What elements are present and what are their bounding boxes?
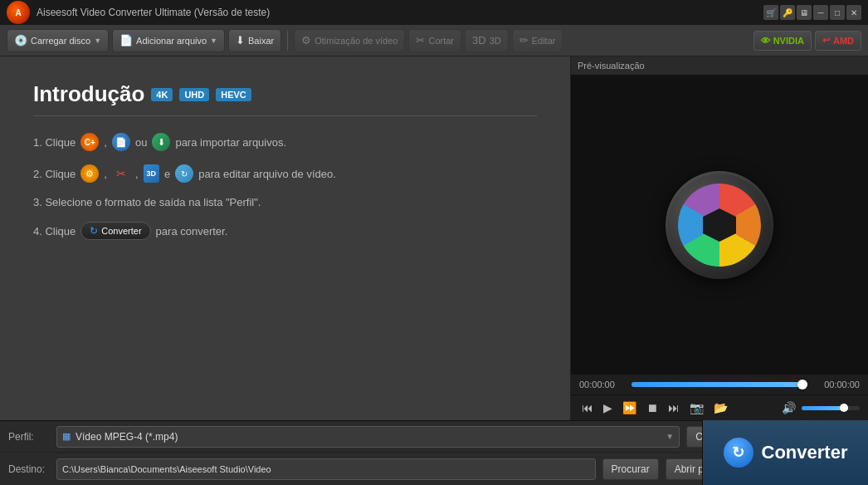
- convert-button[interactable]: ↻ Converter: [702, 420, 868, 485]
- bottom-container: Perfil: ▦ Vídeo MPEG-4 (*.mp4) ▼ Configu…: [0, 420, 868, 485]
- intro-panel: Introdução 4K UHD HEVC 1. Clique C+ , 📄 …: [0, 56, 571, 420]
- intro-step-3: 3. Selecione o formato de saída na lista…: [33, 196, 537, 208]
- logo-outer-circle: [666, 171, 773, 279]
- 3d-step-icon: 3D: [144, 164, 160, 183]
- profile-dropdown-arrow: ▼: [666, 432, 674, 441]
- key-button[interactable]: 🔑: [780, 5, 795, 20]
- add-step-icon: 📄: [112, 133, 130, 151]
- profile-value: Vídeo MPEG-4 (*.mp4): [76, 431, 178, 443]
- intro-step-2: 2. Clique ⚙ , ✂ , 3D e ↻ para editar arq…: [33, 164, 537, 183]
- volume-thumb: [840, 404, 848, 412]
- main-area: Introdução 4K UHD HEVC 1. Clique C+ , 📄 …: [0, 56, 868, 420]
- preview-panel: Pré-visualização 00:00:00 00:00:00 ⏮ ▶ ⏩: [571, 56, 868, 420]
- edit-icon: ✏: [519, 34, 529, 47]
- cut-button[interactable]: ✂ Cortar: [408, 29, 461, 52]
- badge-4k: 4K: [151, 88, 173, 101]
- settings-step-icon: ⚙: [80, 164, 99, 183]
- cut-icon: ✂: [416, 34, 425, 47]
- close-button[interactable]: ✕: [846, 5, 861, 20]
- stop-button[interactable]: ⏹: [644, 399, 661, 417]
- dropdown-arrow2-icon: ▼: [210, 37, 217, 45]
- play-button[interactable]: ▶: [601, 399, 615, 417]
- progress-fill: [631, 382, 807, 387]
- minimize-button[interactable]: ─: [813, 5, 828, 20]
- dest-path-text: C:\Users\Bianca\Documents\Aiseesoft Stud…: [62, 464, 271, 474]
- amd-icon: ↩: [822, 35, 830, 46]
- amd-button[interactable]: ↩ AMD: [815, 31, 861, 51]
- fast-forward-button[interactable]: ⏩: [620, 399, 639, 417]
- load-disc-button[interactable]: 💿 Carregar disco ▼: [7, 29, 109, 52]
- app-logo: A: [7, 1, 30, 24]
- toolbar-separator: [287, 31, 288, 51]
- rotate-step-icon: ↻: [175, 164, 193, 183]
- 3d-icon: 3D: [472, 34, 486, 47]
- convert-inline-icon: ↻: [90, 225, 98, 237]
- camera-button[interactable]: 📷: [687, 399, 706, 417]
- titlebar: A Aiseesoft Video Converter Ultimate (Ve…: [0, 0, 868, 25]
- add-file-button[interactable]: 📄 Adicionar arquivo ▼: [112, 29, 225, 52]
- optimize-button[interactable]: ⚙ Otimização de vídeo: [294, 29, 405, 52]
- progress-track[interactable]: [631, 382, 807, 387]
- optimize-icon: ⚙: [301, 34, 311, 47]
- player-controls: ⏮ ▶ ⏩ ⏹ ⏭ 📷 📂 🔊: [571, 394, 868, 420]
- download-button[interactable]: ⬇ Baixar: [228, 29, 281, 52]
- disc-icon: 💿: [14, 34, 27, 47]
- nvidia-eye-icon: 👁: [761, 36, 770, 46]
- convert-button-label: Converter: [762, 442, 848, 463]
- nvidia-button[interactable]: 👁 NVIDIA: [753, 31, 812, 51]
- cut-step-icon: ✂: [112, 164, 130, 183]
- monitor-button[interactable]: 🖥: [797, 5, 812, 20]
- skip-forward-button[interactable]: ⏭: [666, 399, 682, 417]
- logo-color-wheel: [678, 184, 761, 267]
- edit-button[interactable]: ✏ Editar: [512, 29, 563, 52]
- profile-icon: ▦: [62, 431, 71, 442]
- progress-thumb: [797, 380, 807, 389]
- convert-inline-button: ↻ Converter: [80, 222, 150, 240]
- cart-button[interactable]: 🛒: [763, 5, 778, 20]
- logo-hexagon: [703, 208, 736, 242]
- skip-back-button[interactable]: ⏮: [579, 399, 596, 417]
- download-step-icon: ⬇: [152, 133, 170, 151]
- titlebar-title: Aiseesoft Video Converter Ultimate (Vers…: [37, 7, 757, 18]
- badge-hevc: HEVC: [216, 88, 251, 101]
- profile-label: Perfil:: [8, 431, 50, 443]
- toolbar: 💿 Carregar disco ▼ 📄 Adicionar arquivo ▼…: [0, 25, 868, 56]
- time-end: 00:00:00: [814, 380, 860, 389]
- convert-spin-icon: ↻: [724, 438, 753, 468]
- maximize-button[interactable]: □: [830, 5, 845, 20]
- browse-button[interactable]: Procurar: [602, 458, 659, 480]
- load-step-icon: C+: [80, 133, 99, 151]
- dest-path[interactable]: C:\Users\Bianca\Documents\Aiseesoft Stud…: [56, 458, 596, 480]
- download-icon: ⬇: [236, 34, 245, 47]
- volume-track[interactable]: [802, 406, 860, 410]
- badge-uhd: UHD: [179, 88, 209, 101]
- preview-label: Pré-visualização: [571, 56, 868, 76]
- 3d-button[interactable]: 3D 3D: [465, 29, 509, 52]
- toolbar-right: 👁 NVIDIA ↩ AMD: [753, 31, 861, 51]
- window-controls: 🛒 🔑 🖥 ─ □ ✕: [763, 5, 861, 20]
- intro-step-1: 1. Clique C+ , 📄 ou ⬇ para importar arqu…: [33, 133, 537, 151]
- profile-select[interactable]: ▦ Vídeo MPEG-4 (*.mp4) ▼: [56, 426, 680, 448]
- intro-divider: [33, 115, 537, 116]
- preview-logo: [666, 171, 773, 279]
- intro-step-4: 4. Clique ↻ Converter para converter.: [33, 222, 537, 240]
- dest-label: Destino:: [8, 463, 50, 475]
- intro-title: Introdução 4K UHD HEVC: [33, 81, 537, 107]
- preview-area: [571, 76, 868, 375]
- folder-button[interactable]: 📂: [711, 399, 730, 417]
- progress-bar-area: 00:00:00 00:00:00: [571, 375, 868, 394]
- volume-icon[interactable]: 🔊: [779, 399, 798, 417]
- add-file-icon: 📄: [119, 34, 133, 47]
- volume-area: 🔊: [779, 399, 860, 417]
- dropdown-arrow-icon: ▼: [94, 37, 101, 45]
- time-start: 00:00:00: [579, 380, 625, 389]
